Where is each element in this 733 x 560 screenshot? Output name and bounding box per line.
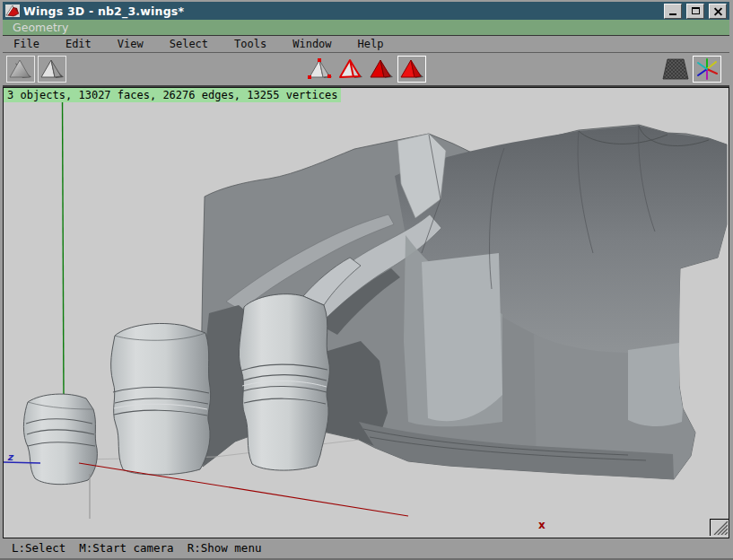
3d-viewport[interactable]: 3 objects, 13027 faces, 26276 edges, 132… bbox=[3, 87, 729, 538]
edge-select-icon bbox=[338, 57, 363, 81]
menu-tools[interactable]: Tools bbox=[227, 36, 274, 52]
rock-pillars bbox=[23, 258, 361, 485]
window-title: Wings 3D - nb2_3.wings* bbox=[23, 4, 659, 18]
close-button[interactable] bbox=[709, 4, 727, 19]
vertex-select-icon bbox=[308, 57, 333, 81]
z-axis-label: z bbox=[7, 451, 14, 463]
titlebar[interactable]: Wings 3D - nb2_3.wings* bbox=[3, 2, 729, 20]
menu-window[interactable]: Window bbox=[285, 36, 338, 52]
toolbar bbox=[3, 53, 729, 87]
geometry-window-title: Geometry bbox=[13, 21, 68, 34]
axes-icon bbox=[695, 57, 719, 81]
edge-select-button[interactable] bbox=[336, 56, 365, 83]
maximize-icon bbox=[692, 7, 700, 14]
face-select-icon bbox=[369, 57, 394, 81]
menubar: File Edit View Select Tools Window Help bbox=[3, 36, 729, 53]
minimize-icon bbox=[669, 13, 676, 15]
vertex-select-button[interactable] bbox=[306, 56, 335, 83]
wings3d-logo-icon bbox=[5, 4, 20, 17]
minimize-button[interactable] bbox=[664, 4, 682, 19]
scene-info-bar: 3 objects, 13027 faces, 26276 edges, 132… bbox=[4, 88, 341, 102]
body-select-icon bbox=[399, 57, 424, 81]
smooth-shaded-pyramid-icon bbox=[8, 57, 33, 81]
maximize-button[interactable] bbox=[686, 4, 704, 19]
terrain-scene: z x bbox=[3, 87, 729, 538]
menu-help[interactable]: Help bbox=[351, 36, 391, 52]
status-bar: L:Select M:Start camera R:Show menu bbox=[3, 539, 729, 557]
ground-plane-button[interactable] bbox=[661, 56, 690, 83]
face-select-button[interactable] bbox=[367, 56, 396, 83]
geometry-window-bar[interactable]: Geometry bbox=[3, 20, 729, 36]
y-axis-line bbox=[63, 97, 65, 400]
menu-edit[interactable]: Edit bbox=[58, 36, 99, 52]
flat-shaded-pyramid-icon bbox=[39, 57, 65, 81]
body-select-button[interactable] bbox=[397, 56, 426, 83]
flat-shading-button[interactable] bbox=[38, 56, 66, 83]
wings3d-window: { "window": { "title": "Wings 3D - nb2_3… bbox=[0, 0, 733, 560]
x-axis-label: x bbox=[538, 519, 545, 531]
menu-select[interactable]: Select bbox=[162, 36, 215, 52]
close-icon bbox=[714, 7, 722, 15]
x-axis-line bbox=[79, 463, 408, 516]
resize-grip[interactable] bbox=[710, 519, 729, 536]
menu-file[interactable]: File bbox=[6, 36, 47, 52]
show-axes-button[interactable] bbox=[693, 56, 721, 83]
menu-view[interactable]: View bbox=[110, 36, 151, 52]
smooth-shading-button[interactable] bbox=[6, 56, 35, 83]
ground-plane-icon bbox=[662, 58, 689, 80]
